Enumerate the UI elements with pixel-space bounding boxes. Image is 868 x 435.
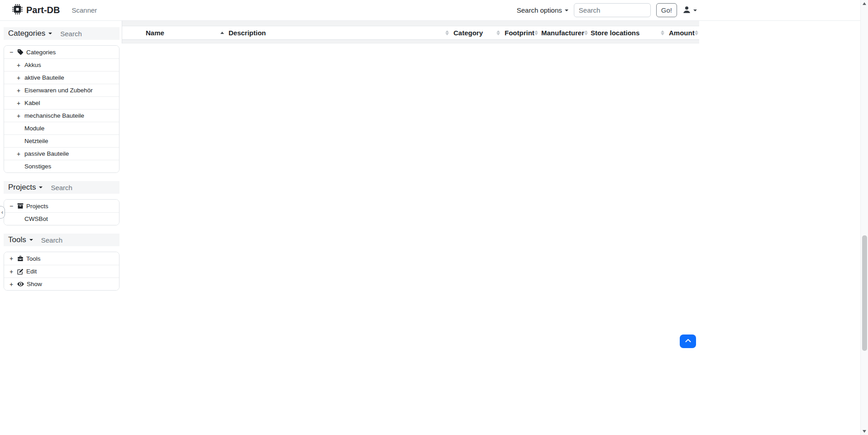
parts-table: NameDescriptionCategoryFootprintManufact… xyxy=(122,21,699,43)
column-header-label: Name xyxy=(146,29,164,37)
categories-dropdown-button[interactable]: Categories xyxy=(8,29,52,38)
sort-icon xyxy=(661,30,664,36)
table-top-strip xyxy=(122,21,699,26)
caret-down-icon xyxy=(29,239,33,241)
categories-search-input[interactable] xyxy=(60,30,110,38)
column-header-name[interactable]: Name xyxy=(146,26,229,39)
scrollbar-down-arrow[interactable] xyxy=(863,430,866,433)
thumbnail-column-header xyxy=(132,26,146,39)
tag-icon xyxy=(17,49,24,55)
go-button[interactable]: Go! xyxy=(656,3,677,17)
sort-icon xyxy=(534,30,538,36)
sidebar-item-projects[interactable]: −Projects xyxy=(4,200,119,212)
sidebar-item-aktive-bauteile[interactable]: +aktive Bauteile xyxy=(4,71,119,84)
categories-panel-title: Categories xyxy=(8,29,45,38)
tree-expander: + xyxy=(17,150,24,158)
search-options-label: Search options xyxy=(517,6,562,14)
tree-expander: + xyxy=(10,281,17,288)
sidebar-item-cwsbot[interactable]: CWSBot xyxy=(4,212,119,225)
sidebar-item-categories[interactable]: −Categories xyxy=(4,46,119,58)
projects-search-input[interactable] xyxy=(51,184,100,191)
sort-icon xyxy=(584,30,588,36)
column-header-label: Category xyxy=(453,29,483,37)
app-title: Part-DB xyxy=(26,5,60,15)
scrollbar-up-arrow[interactable] xyxy=(863,2,866,5)
sidebar-item-netzteile[interactable]: Netzteile xyxy=(4,134,119,147)
caret-down-icon xyxy=(48,33,52,34)
column-header-label: Footprint xyxy=(505,29,534,37)
column-header-label: Manufacturer xyxy=(541,29,584,37)
archive-icon xyxy=(17,203,24,209)
sort-icon xyxy=(695,30,698,36)
sort-asc-icon xyxy=(534,30,538,33)
sidebar-item-label: Categories xyxy=(26,49,56,56)
sidebar-item-label: aktive Bauteile xyxy=(24,74,64,81)
tools-dropdown-button[interactable]: Tools xyxy=(8,235,33,244)
sort-asc-icon xyxy=(661,30,664,33)
sidebar-item-label: CWSBot xyxy=(24,215,48,222)
column-header-label: Store locations xyxy=(591,29,639,37)
sort-asc-icon xyxy=(584,30,588,33)
sidebar-item-label: mechanische Bauteile xyxy=(24,112,84,119)
sidebar-item-mechanische-bauteile[interactable]: +mechanische Bauteile xyxy=(4,109,119,122)
nav-item-scanner[interactable]: Scanner xyxy=(72,6,97,14)
column-header-amount[interactable]: Amount xyxy=(669,26,699,39)
sort-desc-icon xyxy=(496,33,500,35)
chevron-up-icon xyxy=(684,337,692,346)
column-header-footprint[interactable]: Footprint xyxy=(505,26,541,39)
categories-panel-header: Categories xyxy=(4,27,119,40)
tools-panel-title: Tools xyxy=(8,235,26,244)
search-options-button[interactable]: Search options xyxy=(517,6,568,14)
sort-desc-icon xyxy=(445,33,449,35)
column-header-store-locations[interactable]: Store locations xyxy=(591,26,669,39)
tree-expander: + xyxy=(10,268,17,275)
window-scrollbar xyxy=(860,0,868,435)
sort-desc-icon xyxy=(661,33,664,35)
global-search-input[interactable] xyxy=(574,3,651,17)
caret-down-icon xyxy=(693,10,697,11)
sidebar-item-edit[interactable]: +Edit xyxy=(4,265,119,277)
person-icon xyxy=(682,5,691,15)
navbar-right: Search options Go! xyxy=(517,0,697,20)
column-header-manufacturer[interactable]: Manufacturer xyxy=(541,26,591,39)
sidebar-item-passive-bauteile[interactable]: +passive Bauteile xyxy=(4,147,119,160)
eye-icon xyxy=(17,281,24,287)
sidebar-item-show[interactable]: +Show xyxy=(4,277,119,290)
tree-expander: − xyxy=(10,202,17,210)
tree-expander: + xyxy=(10,255,17,262)
collapse-sidebar-handle[interactable]: ‹ xyxy=(0,206,5,219)
column-header-category[interactable]: Category xyxy=(453,26,505,39)
projects-dropdown-button[interactable]: Projects xyxy=(8,183,43,192)
pencil-square-icon xyxy=(17,268,24,275)
user-menu-button[interactable] xyxy=(682,5,697,15)
tree-expander: + xyxy=(17,74,24,81)
sidebar-item-eisenwaren-und-zubeh-r[interactable]: +Eisenwaren und Zubehör xyxy=(4,84,119,96)
sidebar-item-label: Akkus xyxy=(24,62,41,68)
sort-asc-icon xyxy=(220,32,224,34)
scroll-to-top-button[interactable] xyxy=(680,335,696,348)
app-brand[interactable]: Part-DB xyxy=(12,4,60,16)
tree-expander: − xyxy=(10,48,17,56)
tools-search-input[interactable] xyxy=(41,236,91,244)
sidebar-item-label: Sonstiges xyxy=(24,163,51,170)
table-body xyxy=(122,40,699,43)
tools-tree: +Tools+Edit+Show xyxy=(4,252,119,291)
sort-asc-icon xyxy=(695,30,698,33)
sidebar-item-akkus[interactable]: +Akkus xyxy=(4,58,119,71)
sidebar-item-tools[interactable]: +Tools xyxy=(4,252,119,265)
partial-row xyxy=(122,40,699,43)
sidebar-item-label: Kabel xyxy=(24,100,40,106)
sidebar-item-label: Tools xyxy=(26,255,41,262)
sidebar-item-kabel[interactable]: +Kabel xyxy=(4,96,119,109)
select-column-header xyxy=(122,26,132,39)
column-header-description[interactable]: Description xyxy=(229,26,453,39)
sort-asc-icon xyxy=(496,30,500,33)
scrollbar-thumb[interactable] xyxy=(862,235,867,351)
sidebar-item-label: passive Bauteile xyxy=(24,150,69,157)
sort-desc-icon xyxy=(695,33,698,35)
sidebar-item-label: Netzteile xyxy=(24,138,48,144)
sidebar-item-sonstiges[interactable]: Sonstiges xyxy=(4,160,119,172)
sidebar-item-module[interactable]: Module xyxy=(4,122,119,134)
table-header-row: NameDescriptionCategoryFootprintManufact… xyxy=(122,26,699,40)
sort-desc-icon xyxy=(584,33,588,35)
